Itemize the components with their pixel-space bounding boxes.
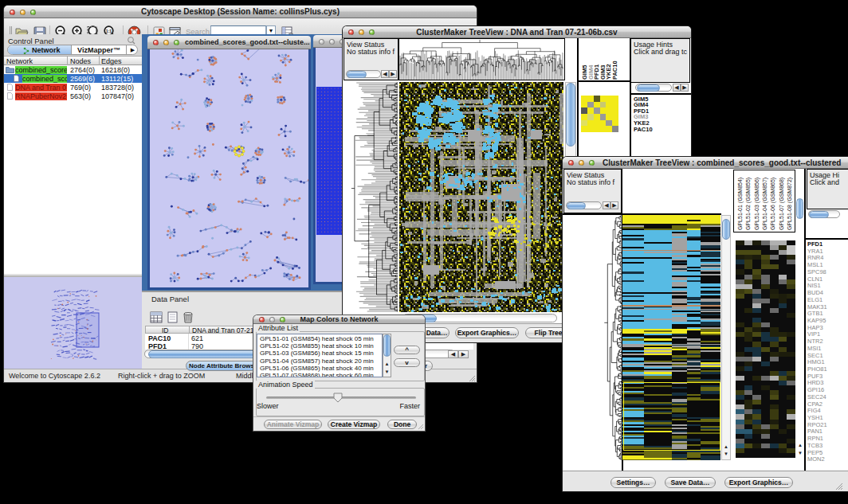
svg-text:1:1: 1:1: [106, 29, 112, 33]
